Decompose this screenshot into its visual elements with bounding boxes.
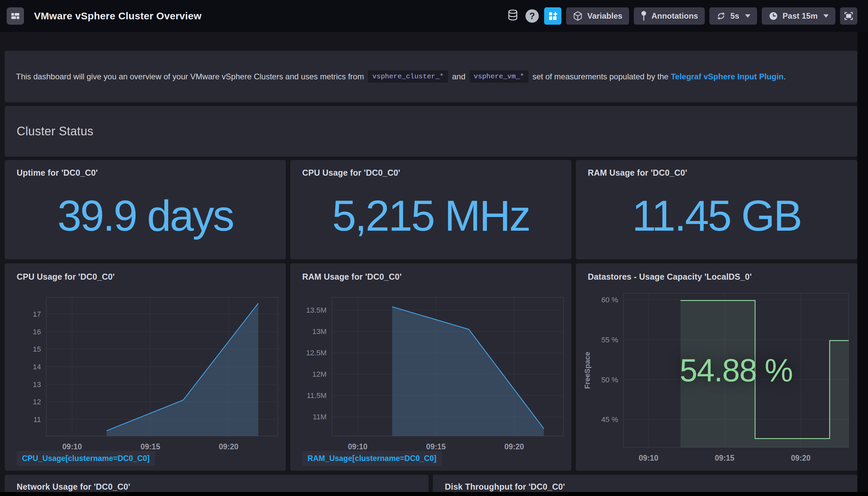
svg-text:13M: 13M	[312, 327, 327, 336]
pin-icon	[641, 11, 647, 21]
refresh-icon	[716, 11, 726, 21]
note-text-before: This dashboard will give you an overview…	[16, 72, 364, 81]
dashboards-nav-button[interactable]	[7, 7, 24, 25]
refresh-interval-label: 5s	[730, 11, 739, 21]
svg-text:09:15: 09:15	[141, 442, 160, 451]
page-title: VMware vSphere Cluster Overview	[34, 10, 202, 22]
time-range-label: Past 15m	[783, 11, 818, 21]
refresh-interval-dropdown[interactable]: 5s	[709, 7, 757, 25]
note-text: This dashboard will give you an overview…	[16, 70, 786, 83]
svg-text:45 %: 45 %	[601, 415, 618, 424]
stat-panel-ram: RAM Usage for 'DC0_C0' 11.45 GB	[576, 160, 857, 259]
chevron-down-icon	[745, 14, 751, 18]
add-cell-button[interactable]	[544, 7, 562, 25]
stat-value-uptime: 39.9 days	[57, 191, 233, 241]
svg-text:11: 11	[33, 415, 41, 424]
ram-usage-chart[interactable]: 11M11.5M12M12.5M13M13.5M09:1009:1509:20	[290, 287, 571, 471]
svg-text:13.5M: 13.5M	[306, 306, 327, 314]
fullscreen-icon	[844, 11, 854, 21]
note-text-after: set of measurements populated by the	[533, 72, 668, 81]
add-cell-icon	[548, 11, 558, 21]
svg-text:16: 16	[33, 328, 41, 336]
stat-panel-uptime: Uptime for 'DC0_C0' 39.9 days	[5, 160, 286, 259]
code-chip-vsphere-cluster: vsphere_cluster_*	[368, 70, 448, 83]
panel-title: Network Usage for 'DC0_C0'	[5, 475, 428, 492]
svg-text:15: 15	[33, 345, 41, 353]
clock-icon	[768, 11, 778, 21]
dashboard-grid-icon	[10, 11, 20, 21]
stat-value-cpu: 5,215 MHz	[332, 191, 530, 241]
chart-panel-cpu-usage: CPU Usage for 'DC0_C0' 1112131415161709:…	[5, 263, 286, 471]
svg-text:17: 17	[33, 310, 41, 318]
telegraf-plugin-link[interactable]: Telegraf vSphere Input Plugin	[671, 72, 783, 81]
annotations-label: Annotations	[651, 11, 698, 21]
svg-text:09:10: 09:10	[639, 454, 659, 462]
datastore-freespace-value: 54.88 %	[680, 352, 792, 389]
svg-text:09:20: 09:20	[219, 442, 239, 451]
database-icon	[507, 9, 519, 23]
help-icon: ?	[525, 9, 539, 23]
svg-text:14: 14	[33, 363, 41, 371]
svg-text:12M: 12M	[312, 370, 327, 378]
svg-text:09:10: 09:10	[62, 442, 82, 451]
chevron-down-icon	[823, 14, 829, 18]
svg-text:09:10: 09:10	[348, 442, 367, 451]
variables-label: Variables	[587, 11, 622, 21]
note-period: .	[783, 72, 786, 81]
svg-text:13: 13	[33, 380, 41, 389]
dashboard-header: VMware vSphere Cluster Overview ?	[0, 0, 868, 32]
presentation-mode-button[interactable]	[840, 7, 857, 25]
panel-title: RAM Usage for 'DC0_C0'	[302, 272, 401, 282]
stat-panel-cpu: CPU Usage for 'DC0_C0' 5,215 MHz	[290, 160, 571, 259]
svg-text:09:15: 09:15	[715, 454, 735, 462]
dashboard-note-panel: This dashboard will give you an overview…	[5, 51, 857, 102]
time-range-dropdown[interactable]: Past 15m	[762, 7, 835, 25]
svg-text:FreeSpace: FreeSpace	[583, 352, 591, 389]
svg-text:12: 12	[33, 398, 41, 406]
chart-panel-ram-usage: RAM Usage for 'DC0_C0' 11M11.5M12M12.5M1…	[290, 263, 571, 471]
stat-value-ram: 11.45 GB	[632, 191, 801, 241]
svg-text:09:20: 09:20	[791, 454, 811, 462]
section-title: Cluster Status	[17, 124, 93, 138]
help-button[interactable]: ?	[525, 7, 539, 25]
window-bottom-edge	[0, 492, 868, 496]
legend-item-cpu-usage[interactable]: CPU_Usage[clustername=DC0_C0]	[17, 451, 155, 466]
cpu-usage-chart[interactable]: 1112131415161709:1009:1509:20	[5, 287, 286, 471]
svg-text:12.5M: 12.5M	[306, 349, 327, 357]
note-text-between: and	[452, 72, 465, 81]
header-toolbar: ? Vari	[505, 7, 857, 25]
variables-button[interactable]: Variables	[566, 7, 629, 25]
panel-title: Disk Throughput for 'DC0_C0'	[433, 475, 857, 492]
svg-text:50 %: 50 %	[601, 376, 618, 384]
legend-item-ram-usage[interactable]: RAM_Usage[clustername=DC0_C0]	[302, 451, 442, 466]
svg-text:55 %: 55 %	[601, 336, 618, 344]
svg-text:?: ?	[530, 11, 535, 21]
annotations-button[interactable]: Annotations	[634, 7, 705, 25]
panel-title: Datastores - Usage Capacity 'LocalDS_0'	[588, 272, 752, 282]
cluster-status-section-panel: Cluster Status	[5, 106, 857, 157]
header-left: VMware vSphere Cluster Overview	[7, 7, 202, 25]
svg-text:11.5M: 11.5M	[306, 391, 327, 400]
svg-text:60 %: 60 %	[601, 296, 618, 304]
panel-title: CPU Usage for 'DC0_C0'	[17, 272, 115, 282]
chart-panel-datastores: Datastores - Usage Capacity 'LocalDS_0' …	[576, 263, 857, 471]
datasource-button[interactable]	[505, 7, 520, 25]
scrollbar-gutter	[857, 32, 868, 496]
svg-text:11M: 11M	[313, 413, 327, 421]
cube-icon	[573, 11, 583, 21]
svg-text:09:20: 09:20	[504, 442, 524, 451]
code-chip-vsphere-vm: vsphere_vm_*	[470, 70, 528, 83]
svg-text:09:15: 09:15	[426, 442, 446, 451]
